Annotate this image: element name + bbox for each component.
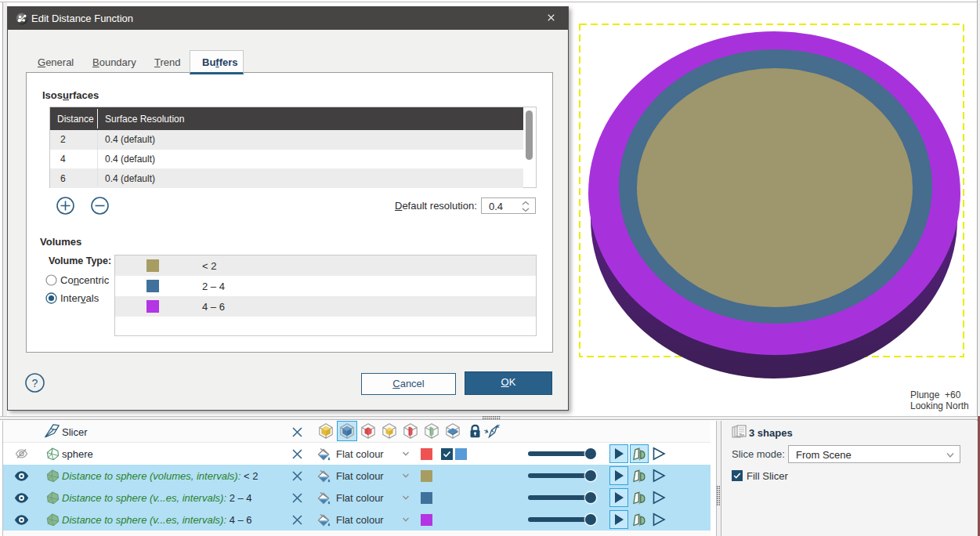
svg-text:Plunge +60: Plunge +60 [910, 389, 961, 400]
svg-text:Looking North: Looking North [910, 400, 969, 411]
svg-text:?: ? [32, 377, 38, 389]
